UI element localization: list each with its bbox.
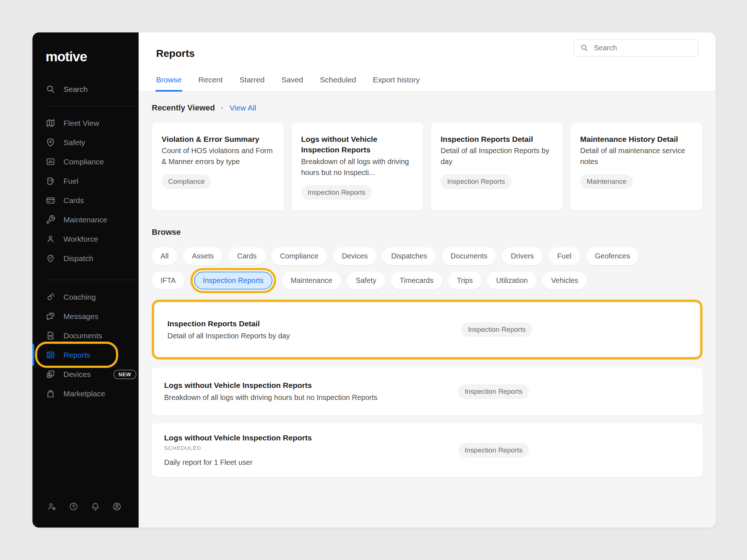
active-indicator-bar: [32, 344, 34, 366]
bell-icon[interactable]: [90, 502, 100, 512]
admin-user-gear-icon[interactable]: [47, 502, 57, 512]
tab-starred[interactable]: Starred: [240, 75, 265, 92]
recently-viewed-heading: Recently Viewed: [152, 103, 215, 113]
category-tag: Inspection Reports: [301, 185, 372, 200]
category-tag: Inspection Reports: [458, 384, 529, 399]
category-tag: Inspection Reports: [461, 322, 532, 337]
page-title: Reports: [156, 48, 195, 59]
filter-chip-all[interactable]: All: [152, 247, 177, 265]
sidebar-nav-secondary: Coaching Messages Documents Reports: [32, 287, 139, 403]
report-card[interactable]: Maintenance History Detail Detail of all…: [570, 122, 703, 211]
tab-browse[interactable]: Browse: [156, 75, 182, 92]
report-row-title: Inspection Reports Detail: [167, 319, 687, 328]
report-row-description: Detail of all Inspection Reports by day: [167, 332, 687, 340]
header-search-box[interactable]: [574, 39, 698, 57]
report-card[interactable]: Violation & Error Summary Count of HOS v…: [152, 122, 284, 211]
header-search-input[interactable]: [594, 44, 692, 52]
filter-chip-timecards[interactable]: Timecards: [391, 272, 442, 289]
sidebar-item-documents[interactable]: Documents: [32, 326, 139, 345]
card-description: Detail of all maintenance service notes: [580, 145, 693, 167]
sidebar-item-coaching[interactable]: Coaching: [32, 287, 139, 307]
sidebar-item-marketplace[interactable]: Marketplace: [32, 384, 139, 403]
report-card[interactable]: Inspection Reports Detail Detail of all …: [431, 122, 563, 211]
shopping-bag-icon: [46, 389, 55, 398]
filter-chip-cards[interactable]: Cards: [228, 247, 265, 265]
filter-chip-trips[interactable]: Trips: [448, 272, 481, 289]
app-window: motive Search Fleet View Safety Complian…: [32, 32, 716, 528]
filter-chip-drivers[interactable]: Drivers: [502, 247, 542, 265]
sidebar-item-workforce[interactable]: Workforce: [32, 229, 139, 249]
sidebar-item-devices[interactable]: Devices NEW: [32, 365, 139, 384]
filter-chip-utilization[interactable]: Utilization: [487, 272, 537, 289]
annotation-ring-report-row: Inspection Reports Detail Detail of all …: [152, 300, 703, 359]
recently-viewed-cards: Violation & Error Summary Count of HOS v…: [152, 122, 703, 211]
report-row-description: Daily report for 1 Fleet user: [164, 458, 690, 467]
filter-chip-devices[interactable]: Devices: [333, 247, 376, 265]
card-description: Breakdown of all logs with driving hours…: [301, 156, 414, 178]
person-icon: [46, 234, 55, 244]
filter-chip-assets[interactable]: Assets: [183, 247, 222, 265]
filter-chip-maintenance[interactable]: Maintenance: [282, 272, 341, 289]
sidebar-item-safety[interactable]: Safety: [32, 133, 139, 152]
card-description: Detail of all Inspection Reports by day: [441, 145, 553, 167]
sidebar-item-label: Marketplace: [63, 389, 105, 398]
filter-chip-compliance[interactable]: Compliance: [271, 247, 328, 265]
sidebar-item-label: Documents: [63, 331, 102, 340]
fuel-pump-icon: [46, 176, 55, 186]
filter-chip-ifta[interactable]: IFTA: [152, 272, 185, 289]
filter-chip-dispatches[interactable]: Dispatches: [382, 247, 436, 265]
sidebar-item-fleet-view[interactable]: Fleet View: [32, 113, 139, 133]
sidebar-item-label: Fleet View: [63, 119, 99, 128]
filter-chip-documents[interactable]: Documents: [442, 247, 496, 265]
category-filter-row-2: IFTA Inspection Reports Maintenance Safe…: [152, 272, 703, 289]
search-icon: [580, 43, 589, 52]
tab-saved[interactable]: Saved: [281, 75, 303, 92]
sidebar-item-label: Compliance: [63, 158, 104, 166]
tab-recent[interactable]: Recent: [198, 75, 223, 92]
sidebar-item-messages[interactable]: Messages: [32, 307, 139, 326]
document-icon: [46, 331, 55, 341]
report-row-logs-without-vir[interactable]: Logs without Vehicle Inspection Reports …: [152, 368, 703, 415]
sidebar-item-fuel[interactable]: Fuel: [32, 171, 139, 191]
main-header: Reports Browse Recent Starred Saved Sche…: [139, 32, 716, 92]
sidebar-search-label: Search: [63, 85, 88, 94]
filter-chip-fuel[interactable]: Fuel: [549, 247, 580, 265]
filter-chip-safety[interactable]: Safety: [347, 272, 385, 289]
sidebar-item-compliance[interactable]: Compliance: [32, 152, 139, 171]
sidebar-search[interactable]: Search: [46, 84, 125, 94]
sidebar-item-cards[interactable]: Cards: [32, 191, 139, 210]
separator-dot: ·: [221, 103, 224, 113]
filter-chip-inspection-reports-selected[interactable]: Inspection Reports: [194, 272, 272, 289]
category-tag: Inspection Reports: [458, 443, 529, 458]
sidebar-item-dispatch[interactable]: Dispatch: [32, 249, 139, 268]
report-row-inspection-reports-detail[interactable]: Inspection Reports Detail Detail of all …: [155, 303, 699, 356]
browse-heading: Browse: [152, 228, 703, 237]
report-card[interactable]: Logs without Vehicle Inspection Reports …: [291, 122, 424, 211]
sidebar-divider: [46, 106, 139, 106]
filter-chip-geofences[interactable]: Geofences: [586, 247, 639, 265]
scheduled-badge: SCHEDULED: [164, 445, 690, 451]
sidebar-item-label: Dispatch: [63, 254, 93, 263]
sidebar-item-maintenance[interactable]: Maintenance: [32, 210, 139, 229]
new-badge: NEW: [113, 370, 136, 379]
card-description: Count of HOS violations and Form & Manne…: [162, 145, 274, 167]
sidebar-item-label: Coaching: [63, 293, 96, 302]
sidebar-nav-primary: Fleet View Safety Compliance Fuel Cards …: [32, 113, 139, 268]
shield-icon: [46, 137, 55, 147]
report-row-title: Logs without Vehicle Inspection Reports: [164, 381, 690, 390]
filter-chip-vehicles[interactable]: Vehicles: [542, 272, 587, 289]
account-avatar-icon[interactable]: [112, 502, 122, 512]
tab-export-history[interactable]: Export history: [373, 75, 419, 92]
tab-scheduled[interactable]: Scheduled: [320, 75, 356, 92]
card-title: Maintenance History Detail: [580, 134, 693, 144]
help-icon[interactable]: [69, 502, 78, 512]
report-icon: [46, 350, 55, 360]
sidebar-item-reports[interactable]: Reports: [32, 345, 139, 365]
report-row-title: Logs without Vehicle Inspection Reports: [164, 433, 690, 442]
view-all-link[interactable]: View All: [229, 104, 256, 112]
category-tag: Inspection Reports: [441, 174, 511, 189]
sidebar-item-label: Workforce: [63, 235, 98, 244]
main-area: Reports Browse Recent Starred Saved Sche…: [139, 32, 716, 528]
report-row-logs-without-vir-scheduled[interactable]: Logs without Vehicle Inspection Reports …: [152, 423, 703, 477]
sidebar-divider: [46, 280, 139, 280]
